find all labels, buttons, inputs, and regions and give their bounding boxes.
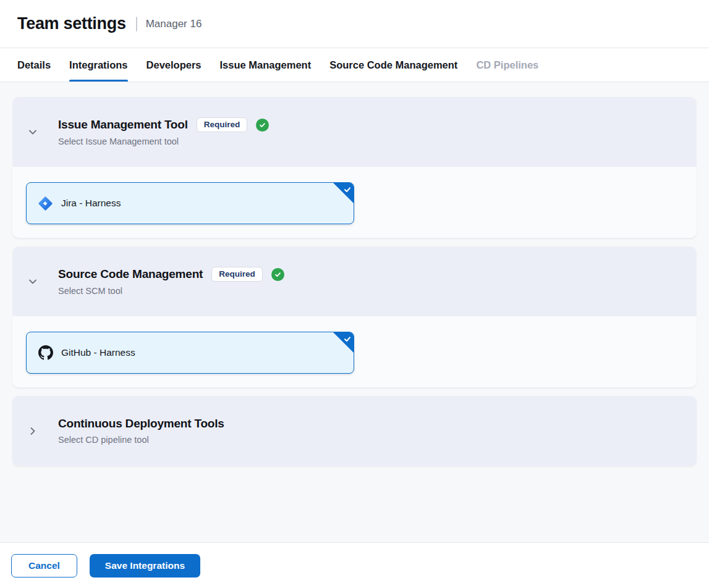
section-issue-management-body: Jira - Harness bbox=[12, 167, 697, 238]
tab-integrations[interactable]: Integrations bbox=[69, 48, 127, 82]
tab-cd-pipelines: CD Pipelines bbox=[476, 48, 538, 82]
page-title: Team settings bbox=[17, 14, 126, 33]
section-subtitle: Select Issue Management tool bbox=[58, 136, 269, 146]
selected-check-icon bbox=[333, 332, 354, 353]
completed-check-icon bbox=[271, 268, 284, 281]
section-subtitle: Select CD pipeline tool bbox=[58, 435, 224, 445]
section-issue-management-header[interactable]: Issue Management Tool Required Select Is… bbox=[12, 97, 697, 167]
tool-card-github-harness[interactable]: GitHub - Harness bbox=[26, 332, 354, 374]
github-icon bbox=[38, 345, 53, 361]
completed-check-icon bbox=[256, 119, 269, 132]
jira-icon bbox=[38, 196, 53, 211]
section-scm-header[interactable]: Source Code Management Required Select S… bbox=[12, 246, 697, 316]
tab-bar: Details Integrations Developers Issue Ma… bbox=[0, 48, 709, 82]
tool-card-label: GitHub - Harness bbox=[61, 347, 135, 358]
tool-card-jira-harness[interactable]: Jira - Harness bbox=[26, 182, 354, 224]
section-cd-header[interactable]: Continuous Deployment Tools Select CD pi… bbox=[12, 396, 697, 466]
page-subtitle: Manager 16 bbox=[146, 18, 202, 30]
title-separator bbox=[136, 17, 137, 32]
page-header: Team settings Manager 16 bbox=[0, 0, 709, 48]
selected-check-icon bbox=[333, 182, 354, 204]
required-badge: Required bbox=[197, 117, 248, 132]
required-badge: Required bbox=[211, 267, 263, 282]
section-scm-body: GitHub - Harness bbox=[12, 316, 697, 387]
section-title: Continuous Deployment Tools bbox=[58, 417, 224, 430]
cancel-button[interactable]: Cancel bbox=[11, 554, 77, 578]
chevron-down-icon[interactable] bbox=[26, 125, 40, 139]
chevron-down-icon[interactable] bbox=[26, 275, 40, 288]
integrations-panel: Issue Management Tool Required Select Is… bbox=[0, 82, 709, 542]
section-title: Source Code Management bbox=[58, 267, 203, 281]
footer-action-bar: Cancel Save Integrations bbox=[0, 542, 709, 588]
section-issue-management-tool: Issue Management Tool Required Select Is… bbox=[12, 97, 697, 238]
section-title: Issue Management Tool bbox=[58, 118, 188, 132]
chevron-right-icon[interactable] bbox=[26, 424, 40, 438]
save-integrations-button[interactable]: Save Integrations bbox=[90, 554, 200, 578]
tab-issue-management[interactable]: Issue Management bbox=[220, 48, 312, 82]
tool-card-label: Jira - Harness bbox=[61, 198, 121, 209]
tab-source-code-management[interactable]: Source Code Management bbox=[329, 48, 457, 82]
tab-developers[interactable]: Developers bbox=[146, 48, 202, 82]
section-continuous-deployment-tools: Continuous Deployment Tools Select CD pi… bbox=[12, 396, 697, 466]
section-subtitle: Select SCM tool bbox=[58, 286, 284, 296]
tab-details[interactable]: Details bbox=[17, 48, 51, 82]
section-source-code-management: Source Code Management Required Select S… bbox=[12, 246, 697, 387]
